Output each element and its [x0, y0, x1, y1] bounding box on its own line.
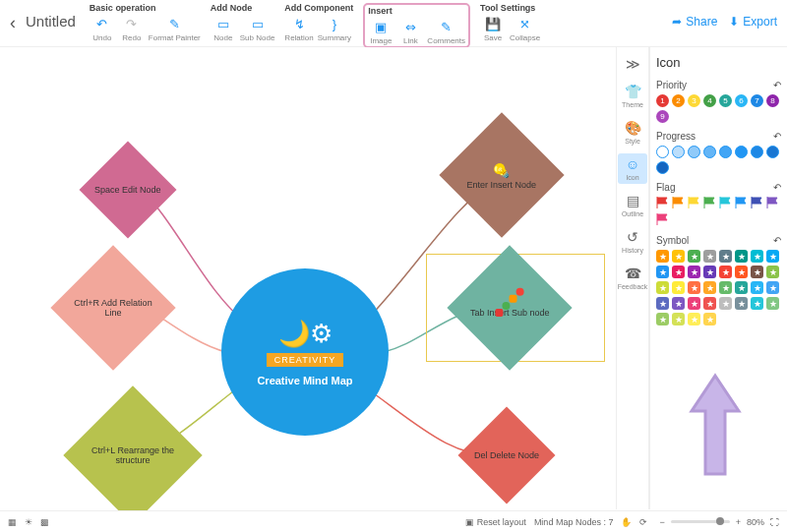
priority-5[interactable]: 5: [719, 94, 732, 107]
flag-3[interactable]: [688, 197, 700, 210]
symbol-29[interactable]: ★: [719, 297, 732, 310]
symbol-8[interactable]: ★: [766, 250, 779, 263]
progress-4[interactable]: [703, 146, 716, 158]
symbol-3[interactable]: ★: [688, 250, 700, 263]
add-node-button[interactable]: ▭Node: [211, 15, 236, 42]
priority-3[interactable]: 3: [688, 94, 700, 107]
progress-7[interactable]: [751, 146, 763, 158]
insert-image-button[interactable]: ▣Image: [368, 18, 394, 45]
symbol-14[interactable]: ★: [735, 266, 748, 278]
symbol-27[interactable]: ★: [688, 297, 700, 310]
reset-layout-button[interactable]: ▣ Reset layout: [465, 517, 526, 527]
save-button[interactable]: 💾Save: [480, 15, 506, 42]
zoom-slider[interactable]: [671, 520, 730, 523]
mindmap-canvas[interactable]: Space Edit Node Ctrl+R Add Relation Line…: [0, 47, 615, 509]
priority-1[interactable]: 1: [656, 94, 669, 107]
flag-9[interactable]: [656, 213, 669, 227]
progress-5[interactable]: [719, 146, 732, 158]
back-button[interactable]: ‹: [10, 3, 22, 33]
rail-collapse-button[interactable]: ≫: [618, 53, 647, 75]
symbol-18[interactable]: ★: [672, 281, 685, 294]
progress-6[interactable]: [735, 146, 748, 158]
zoom-out-button[interactable]: −: [659, 517, 664, 527]
symbol-11[interactable]: ★: [688, 266, 700, 278]
relation-button[interactable]: ↯Relation: [284, 15, 313, 42]
summary-button[interactable]: }Summary: [318, 15, 351, 42]
symbol-25[interactable]: ★: [656, 297, 669, 310]
format-painter-button[interactable]: ✎Format Painter: [149, 15, 201, 42]
layers-icon[interactable]: ▦: [8, 517, 17, 527]
collapse-button[interactable]: ⤧Collapse: [510, 15, 540, 42]
symbol-13[interactable]: ★: [719, 266, 732, 278]
rail-outline[interactable]: ▤Outline: [618, 190, 647, 220]
symbol-23[interactable]: ★: [751, 281, 763, 294]
symbol-36[interactable]: ★: [703, 313, 716, 325]
priority-8[interactable]: 8: [766, 94, 779, 107]
brightness-icon[interactable]: ☀: [25, 517, 32, 527]
progress-3[interactable]: [688, 146, 700, 158]
insert-comments-button[interactable]: ✎Comments: [427, 18, 465, 45]
symbol-16[interactable]: ★: [766, 266, 779, 278]
symbol-4[interactable]: ★: [703, 250, 716, 263]
flag-5[interactable]: [719, 197, 732, 210]
priority-2[interactable]: 2: [672, 94, 685, 107]
symbol-22[interactable]: ★: [735, 281, 748, 294]
priority-7[interactable]: 7: [751, 94, 763, 107]
rail-feedback[interactable]: ☎Feedback: [618, 263, 647, 293]
reset-icon[interactable]: ↶: [773, 235, 781, 246]
symbol-33[interactable]: ★: [656, 313, 669, 325]
symbol-24[interactable]: ★: [766, 281, 779, 294]
symbol-7[interactable]: ★: [751, 250, 763, 263]
reload-icon[interactable]: ⟳: [639, 517, 647, 527]
document-title[interactable]: Untitled: [22, 3, 90, 30]
symbol-12[interactable]: ★: [703, 266, 716, 278]
rail-theme[interactable]: 👕Theme: [618, 81, 647, 111]
progress-8[interactable]: [766, 146, 779, 158]
symbol-21[interactable]: ★: [719, 281, 732, 294]
pan-icon[interactable]: ✋: [621, 517, 632, 527]
flag-2[interactable]: [672, 197, 685, 210]
insert-link-button[interactable]: ⇔Link: [397, 18, 423, 45]
symbol-6[interactable]: ★: [735, 250, 748, 263]
symbol-30[interactable]: ★: [735, 297, 748, 310]
zoom-in-button[interactable]: +: [736, 517, 741, 527]
progress-9[interactable]: [656, 161, 669, 174]
reset-icon[interactable]: ↶: [773, 80, 781, 90]
symbol-20[interactable]: ★: [703, 281, 716, 294]
redo-button[interactable]: ↷Redo: [119, 15, 145, 42]
flag-7[interactable]: [751, 197, 763, 210]
symbol-9[interactable]: ★: [656, 266, 669, 278]
reset-icon[interactable]: ↶: [773, 131, 781, 142]
priority-4[interactable]: 4: [703, 94, 716, 107]
symbol-35[interactable]: ★: [688, 313, 700, 325]
undo-button[interactable]: ↶Undo: [90, 15, 115, 42]
reset-icon[interactable]: ↶: [773, 182, 781, 193]
center-node[interactable]: 🌙⚙ CREATIVITY Creative Mind Map: [221, 268, 389, 436]
flag-6[interactable]: [735, 197, 748, 210]
progress-1[interactable]: [656, 146, 669, 158]
flag-4[interactable]: [703, 197, 716, 210]
grid-icon[interactable]: ▩: [40, 517, 49, 527]
add-sub-node-button[interactable]: ▭Sub Node: [240, 15, 275, 42]
symbol-34[interactable]: ★: [672, 313, 685, 325]
symbol-17[interactable]: ★: [656, 281, 669, 294]
progress-2[interactable]: [672, 146, 685, 158]
rail-history[interactable]: ↺History: [618, 226, 647, 257]
priority-9[interactable]: 9: [656, 110, 669, 123]
symbol-26[interactable]: ★: [672, 297, 685, 310]
share-button[interactable]: ➦Share: [672, 15, 717, 29]
fullscreen-icon[interactable]: ⛶: [770, 517, 779, 527]
symbol-10[interactable]: ★: [672, 266, 685, 278]
flag-1[interactable]: [656, 197, 669, 210]
export-button[interactable]: ⬇Export: [729, 15, 777, 29]
symbol-5[interactable]: ★: [719, 250, 732, 263]
symbol-2[interactable]: ★: [672, 250, 685, 263]
symbol-31[interactable]: ★: [751, 297, 763, 310]
symbol-1[interactable]: ★: [656, 250, 669, 263]
priority-6[interactable]: 6: [735, 94, 748, 107]
symbol-19[interactable]: ★: [688, 281, 700, 294]
rail-icon[interactable]: ☺Icon: [618, 153, 647, 184]
symbol-15[interactable]: ★: [751, 266, 763, 278]
flag-8[interactable]: [766, 197, 779, 210]
rail-style[interactable]: 🎨Style: [618, 117, 647, 148]
